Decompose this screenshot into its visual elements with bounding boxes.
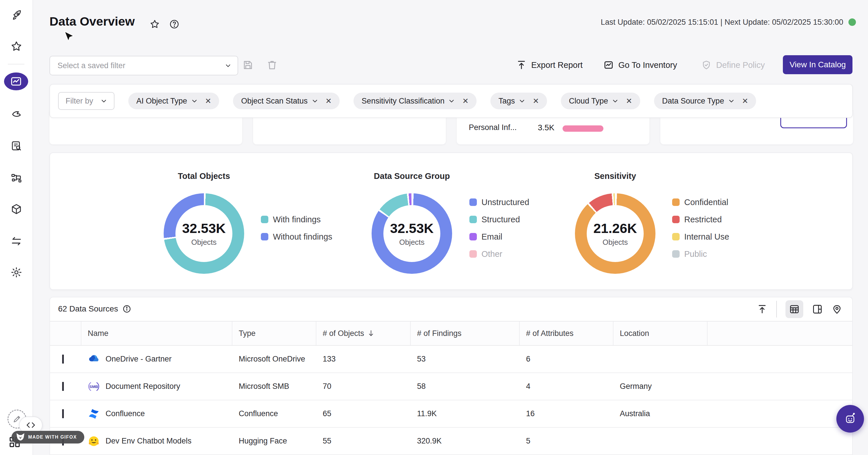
table-row[interactable]: OneDrive - Gartner Microsoft OneDrive 13… [50,346,852,373]
legend-swatch [261,216,268,223]
cube-icon[interactable] [10,203,23,215]
remove-chip-icon[interactable]: ✕ [533,97,539,105]
legend-item[interactable]: Internal Use [672,232,729,242]
go-to-inventory-button[interactable]: Go To Inventory [603,56,677,73]
split-layout-icon [812,304,823,315]
last-update-text: Last Update: 05/02/2025 15:15:01 | Next … [601,18,843,27]
chart-legend: Unstructured Structured Email Other [469,197,529,259]
page-title: Data Overview [50,14,134,28]
trash-icon [266,59,278,71]
help-icon[interactable] [169,19,180,29]
remove-chip-icon[interactable]: ✕ [462,97,468,105]
chevron-down-icon [448,98,455,104]
split-view-button[interactable] [812,304,823,315]
charts-panel: Total Objects 32.53K Objects With findin… [50,152,853,290]
map-view-button[interactable] [832,304,842,315]
table-view-button-active[interactable] [785,300,803,318]
sort-desc-icon [367,329,375,337]
column-header-name[interactable]: Name [82,322,232,345]
donut-center: 21.26K Objects [575,193,655,274]
filter-chip-tags[interactable]: Tags ✕ [490,93,547,109]
column-header-type[interactable]: Type [232,322,316,345]
svg-text:SMB: SMB [89,385,98,389]
chevron-down-icon [225,62,231,69]
legend-item[interactable]: Other [469,249,529,259]
favorite-star-icon[interactable] [150,19,160,29]
star-nav-icon[interactable] [10,40,23,52]
table-header-row: Name Type # of Objects # of Findings # o… [50,321,852,346]
define-policy-button[interactable]: Define Policy [701,56,765,73]
sidebar [0,0,33,455]
saved-filter-placeholder: Select a saved filter [58,61,125,70]
inventory-chart-icon [603,60,614,70]
flame-icon[interactable] [10,108,23,120]
table-row[interactable]: Dev Env Chatbot Models Hugging Face 55 3… [50,428,852,455]
column-header-attributes[interactable]: # of Attributes [520,322,614,345]
huggingface-icon [88,435,100,447]
table-row[interactable]: Confluence Confluence 65 11.9K 16 Austra… [50,400,852,428]
sidebar-item-data-overview-active[interactable] [4,72,28,90]
chart-legend: With findings Without findings [261,215,332,242]
assistant-fab-button[interactable] [836,405,864,432]
save-filter-button[interactable] [242,59,254,71]
rocket-icon[interactable] [10,9,23,21]
settings-gear-icon[interactable] [10,266,23,278]
legend-item[interactable]: Structured [469,215,529,224]
legend-item[interactable]: Without findings [261,232,332,242]
legend-item[interactable]: Public [672,249,729,259]
row-checkbox[interactable] [62,382,64,391]
chart-title: Sensitivity [575,172,655,181]
row-checkbox[interactable] [62,355,64,364]
gifox-watermark: MADE WITH GIFOX [11,431,84,444]
filter-chip-ai-object-type[interactable]: AI Object Type ✕ [128,93,219,109]
transfer-arrows-icon[interactable] [10,235,23,247]
chart-title: Data Source Group [372,172,452,181]
table-export-button[interactable] [757,304,768,315]
report-search-icon[interactable] [10,140,23,152]
row-checkbox[interactable] [62,409,64,418]
filter-chip-object-scan-status[interactable]: Object Scan Status ✕ [233,93,340,109]
data-sources-panel: 62 Data Sources Name [50,297,853,455]
column-header-findings[interactable]: # of Findings [411,322,520,345]
table-toolbar: 62 Data Sources [50,297,852,321]
legend-swatch [469,216,477,223]
info-icon[interactable] [122,304,131,313]
remove-chip-icon[interactable]: ✕ [742,97,748,105]
fox-icon [16,433,25,442]
column-header-location[interactable]: Location [614,322,708,345]
legend-swatch [469,250,477,258]
filter-chip-cloud-type[interactable]: Cloud Type ✕ [561,93,640,109]
legend-item[interactable]: With findings [261,215,332,224]
robot-assistant-icon [843,411,858,426]
onedrive-icon [88,353,100,365]
donut-center: 32.53K Objects [164,193,244,274]
chart-title: Total Objects [164,172,244,181]
header-checkbox-cell [50,322,82,345]
export-report-button[interactable]: Export Report [516,56,583,73]
table-row[interactable]: SMB Document Repository Microsoft SMB 70… [50,373,852,400]
legend-item[interactable]: Email [469,232,529,242]
sidebar-divider [8,64,25,64]
delete-filter-button[interactable] [266,59,278,71]
saved-filter-select[interactable]: Select a saved filter [50,56,238,75]
gifox-label: MADE WITH GIFOX [28,434,77,440]
remove-chip-icon[interactable]: ✕ [326,97,332,105]
legend-swatch [672,233,680,240]
remove-chip-icon[interactable]: ✕ [205,97,211,105]
filter-bar: Filter by AI Object Type ✕ Object Scan S… [50,84,853,118]
remove-chip-icon[interactable]: ✕ [626,97,632,105]
legend-item[interactable]: Unstructured [469,197,529,207]
filter-chip-sensitivity-classification[interactable]: Sensitivity Classification ✕ [353,93,476,109]
shield-check-icon [701,60,712,70]
filter-chip-data-source-type[interactable]: Data Source Type ✕ [654,93,756,109]
column-header-objects[interactable]: # of Objects [316,322,411,345]
workflow-nodes-icon[interactable] [10,172,23,183]
legend-item[interactable]: Confidential [672,197,729,207]
view-in-catalog-button[interactable]: View In Catalog [783,55,852,74]
legend-swatch [672,250,680,258]
chart-legend: Confidential Restricted Internal Use Pub… [672,197,729,259]
filter-by-dropdown[interactable]: Filter by [58,92,115,110]
grid-table-icon [789,304,800,315]
legend-item[interactable]: Restricted [672,215,729,224]
dashboard-chart-icon [10,75,23,88]
